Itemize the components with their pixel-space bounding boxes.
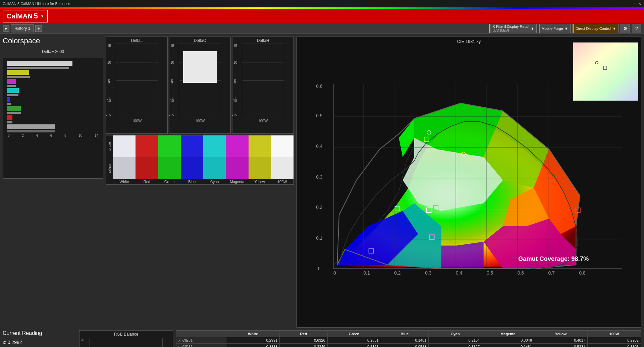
axis-2: 2 xyxy=(22,134,24,137)
rgb-y20: 20 xyxy=(80,338,84,342)
delta-h-title: DeltaH xyxy=(232,37,293,44)
current-reading-panel: Current Reading x: 0.2982 y: 0.3306 fL: … xyxy=(3,330,76,347)
swatch-yellow xyxy=(249,135,271,179)
swatch-green xyxy=(158,135,181,179)
device-dropdown-xrite[interactable]: X-Rite i1Display Retail LCD (LED) ▼ xyxy=(489,24,536,33)
xrite-sublabel: LCD (LED) xyxy=(492,28,529,32)
swatch-green-actual xyxy=(158,135,181,157)
swatch-blue xyxy=(181,135,203,179)
delta-charts-row: DeltaL 15 10 5 0 -5 -10 -15 100W xyxy=(106,37,294,134)
row-x-green: 0.2851 xyxy=(327,337,381,344)
calman-dropdown-arrow[interactable]: ▼ xyxy=(41,14,44,18)
col-header-100w: 100W xyxy=(587,331,641,337)
swatch-blue-target xyxy=(181,157,203,179)
tab-history1[interactable]: History 1 xyxy=(11,24,34,33)
dh-y0: 0 xyxy=(234,80,236,84)
row-x-cyan: 0.2154 xyxy=(429,337,482,344)
minimize-btn[interactable]: ─ xyxy=(631,2,634,6)
tab-add-button[interactable]: + xyxy=(35,25,42,32)
play-button[interactable]: ▶ xyxy=(3,25,9,32)
axis-4: 4 xyxy=(36,134,38,137)
actual-row-label: Actual xyxy=(106,135,113,157)
row-y-magenta: 0.1481 xyxy=(482,344,534,347)
settings-icon-btn[interactable]: ⚙ xyxy=(621,24,630,33)
de-bar-red xyxy=(7,115,99,120)
de-bar-yellow xyxy=(7,70,99,75)
inset-diagram-svg xyxy=(573,43,638,101)
row-y-label: y: CIE31 xyxy=(176,344,226,347)
svg-text:0.2: 0.2 xyxy=(316,205,322,210)
middle-panel: DeltaL 15 10 5 0 -5 -10 -15 100W xyxy=(106,37,294,328)
right-toolbar: X-Rite i1Display Retail LCD (LED) ▼ Mobi… xyxy=(489,24,641,33)
de-bar-green-target xyxy=(7,112,99,114)
device-dropdown-mobile[interactable]: Mobile Forge ▼ xyxy=(539,24,571,33)
row-y-white: 0.3333 xyxy=(226,344,280,347)
swatch-red-target xyxy=(136,157,158,179)
left-panel: Colorspace DeltaE 2000 xyxy=(3,37,103,328)
calman-brand: CalMAN xyxy=(7,12,33,20)
swatch-label-red: Red xyxy=(136,179,158,184)
svg-text:0.5: 0.5 xyxy=(487,271,493,276)
data-table-container: White Red Green Blue Cyan Magenta Yellow… xyxy=(176,330,641,347)
rgb-balance-title: RGB Balance xyxy=(79,331,173,338)
direct-label: Direct Display Control xyxy=(576,26,611,31)
close-btn[interactable]: ✕ xyxy=(638,2,641,6)
swatch-white xyxy=(113,135,136,179)
row-x-100w: 0.2982 xyxy=(587,337,641,344)
de-bar-cyan xyxy=(7,88,99,93)
swatch-cyan-target xyxy=(203,157,226,179)
delta-chart-h: DeltaH 15 10 5 0 -5 -10 -15 100W xyxy=(232,37,294,134)
row-y-red: 0.3349 xyxy=(280,344,328,347)
dl-y0: 0 xyxy=(108,80,110,84)
de-bar-cyan-target xyxy=(7,94,99,96)
table-row-y: y: CIE31 0.3333 0.3349 0.6175 0.0583 0.3… xyxy=(176,344,641,347)
swatches-section: Actual Target xyxy=(106,135,294,185)
de-bar-magenta xyxy=(7,79,99,84)
direct-dropdown-arrow[interactable]: ▼ xyxy=(612,26,616,31)
de-bar-green xyxy=(7,106,99,111)
swatch-yellow-target xyxy=(249,157,271,179)
axis-6: 6 xyxy=(50,134,52,137)
dh-y15: 15 xyxy=(233,44,237,48)
swatch-white-target xyxy=(113,157,136,179)
deltac-white-block xyxy=(183,51,216,83)
svg-text:0.5: 0.5 xyxy=(316,113,322,118)
calman-logo[interactable]: CalMAN 5 ▼ xyxy=(3,10,48,22)
dh-bottom: 100W xyxy=(232,117,293,124)
de-bar-white xyxy=(7,61,99,66)
de-bar-100w xyxy=(7,124,99,129)
swatch-100w-actual xyxy=(271,135,293,157)
swatch-magenta-actual xyxy=(226,135,248,157)
right-panel: CIE 1931 xy xyxy=(297,37,641,328)
axis-10: 10 xyxy=(78,134,82,137)
help-icon-btn[interactable]: ? xyxy=(632,24,641,33)
device-dropdown-direct[interactable]: Direct Display Control ▼ xyxy=(573,24,619,33)
target-row-label: Target xyxy=(106,157,113,179)
swatch-cyan xyxy=(203,135,226,179)
svg-text:0.1: 0.1 xyxy=(316,236,322,241)
dh-yn15: -15 xyxy=(232,113,237,117)
col-header-white: White xyxy=(226,331,280,337)
xrite-label: X-Rite i1Display Retail xyxy=(492,24,529,28)
deltae-chart: 0 2 4 6 8 10 14 xyxy=(3,58,103,179)
title-text: CalMAN 5 CalMAN Ultimate for Business xyxy=(3,2,70,6)
swatch-100w xyxy=(271,135,293,179)
svg-marker-11 xyxy=(441,242,483,269)
svg-text:0.2: 0.2 xyxy=(394,271,400,276)
de-bar-blue xyxy=(7,97,99,102)
deltae-axis: 0 2 4 6 8 10 14 xyxy=(7,134,99,137)
current-reading-title: Current Reading xyxy=(3,330,76,336)
mobile-dropdown-arrow[interactable]: ▼ xyxy=(565,26,568,31)
col-header-yellow: Yellow xyxy=(534,331,587,337)
swatch-label-white: White xyxy=(113,179,136,184)
xrite-dropdown-arrow[interactable]: ▼ xyxy=(531,26,534,31)
main-content: Colorspace DeltaE 2000 xyxy=(0,34,644,330)
colorspace-title: Colorspace xyxy=(3,37,103,45)
maximize-btn[interactable]: □ xyxy=(635,2,637,6)
calman-version: 5 xyxy=(34,12,38,20)
dc-yn10: -10 xyxy=(169,99,174,103)
de-bar-white-target xyxy=(7,67,99,69)
tab-history1-label: History 1 xyxy=(14,26,30,31)
col-header-magenta: Magenta xyxy=(482,331,534,337)
swatch-red-actual xyxy=(136,135,158,157)
